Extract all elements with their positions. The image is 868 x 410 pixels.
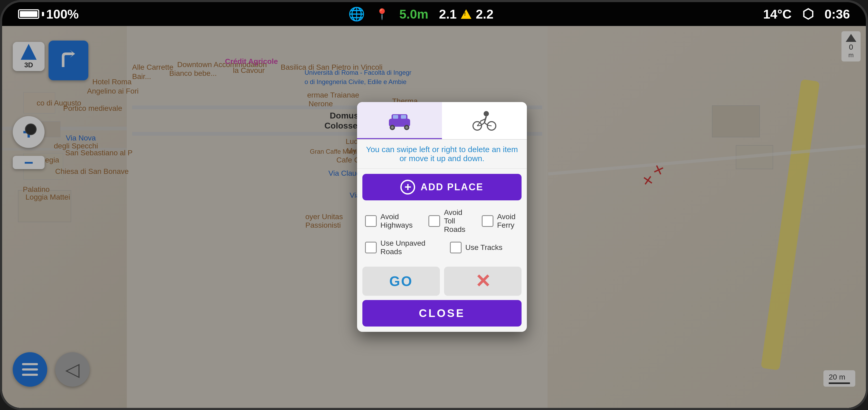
globe-icon: 🌐: [348, 6, 365, 22]
use-tracks-label: Use Tracks: [465, 243, 502, 252]
cancel-icon: ✕: [475, 270, 491, 292]
bluetooth-icon: ⬡: [802, 6, 814, 22]
go-button[interactable]: GO: [362, 267, 440, 296]
avoid-highways-checkbox[interactable]: [365, 215, 377, 227]
status-center: 🌐 📍 5.0m 2.1 ! 2.2: [348, 6, 493, 22]
go-label: GO: [390, 273, 413, 289]
current-speed: 2.1: [439, 7, 457, 22]
gps-icon: 📍: [375, 8, 389, 21]
use-unpaved-label: Use Unpaved Roads: [380, 239, 434, 256]
status-right: 14°C ⬡ 0:36: [763, 6, 850, 22]
checkboxes-area: AvoidHighways Avoid TollRoads Avoid Ferr…: [357, 206, 527, 264]
bike-mode-tab[interactable]: [442, 102, 527, 139]
avoid-highways-label: AvoidHighways: [380, 212, 412, 230]
route-modal: You can swipe left or right to delete an…: [357, 102, 527, 332]
avoid-toll-roads-checkbox[interactable]: [428, 215, 440, 227]
svg-rect-6: [393, 115, 398, 119]
battery-fill: [20, 11, 37, 17]
bike-icon: [470, 110, 499, 131]
avoid-highways-item[interactable]: AvoidHighways: [365, 212, 412, 230]
add-place-button[interactable]: + ADD PLACE: [362, 174, 522, 200]
use-unpaved-checkbox[interactable]: [365, 242, 377, 253]
close-label: CLOSE: [419, 307, 465, 320]
avoid-toll-roads-label: Avoid TollRoads: [444, 208, 466, 234]
svg-point-3: [391, 126, 394, 129]
warning-icon: !: [461, 9, 471, 19]
gps-value: 5.0m: [399, 7, 428, 22]
temperature: 14°C: [763, 7, 792, 22]
avoid-ferry-label: Avoid Ferry: [497, 212, 519, 230]
speed-display: 2.1 ! 2.2: [439, 7, 493, 22]
car-icon: [385, 109, 414, 131]
action-buttons: GO ✕: [362, 267, 522, 296]
checkbox-row-1: AvoidHighways Avoid TollRoads Avoid Ferr…: [365, 208, 519, 234]
status-bar: 100% 🌐 📍 5.0m 2.1 ! 2.2 14°C ⬡ 0:36: [2, 2, 866, 26]
svg-line-16: [488, 125, 492, 126]
avoid-ferry-item[interactable]: Avoid Ferry: [482, 212, 519, 230]
add-place-icon: +: [400, 180, 415, 195]
avoid-ferry-checkbox[interactable]: [482, 215, 493, 227]
cancel-button[interactable]: ✕: [444, 267, 522, 296]
phone-frame: 100% 🌐 📍 5.0m 2.1 ! 2.2 14°C ⬡ 0:36: [0, 0, 868, 410]
battery-percent: 100%: [46, 7, 79, 22]
checkbox-row-2: Use Unpaved Roads Use Tracks: [365, 239, 519, 256]
svg-rect-7: [401, 115, 406, 119]
close-button[interactable]: CLOSE: [362, 300, 522, 327]
modal-overlay: You can swipe left or right to delete an…: [2, 26, 866, 408]
battery-icon: 100%: [18, 7, 79, 22]
hint-text: You can swipe left or right to delete an…: [357, 140, 527, 169]
battery-body: [18, 9, 39, 19]
transport-tabs: [357, 102, 527, 140]
svg-point-8: [484, 111, 489, 116]
battery-tip: [42, 12, 44, 16]
speed-limit: 2.2: [476, 7, 493, 22]
avoid-toll-roads-item[interactable]: Avoid TollRoads: [428, 208, 466, 234]
use-tracks-item[interactable]: Use Tracks: [450, 242, 519, 253]
map-background: ✕ ✕ 20 m 0 m Alle Carrette Bair... Downt…: [2, 26, 866, 408]
add-place-label: ADD PLACE: [421, 181, 483, 193]
status-left: 100%: [18, 7, 79, 22]
time-display: 0:36: [825, 7, 850, 22]
car-mode-tab[interactable]: [357, 102, 442, 139]
use-tracks-checkbox[interactable]: [450, 242, 462, 253]
use-unpaved-item[interactable]: Use Unpaved Roads: [365, 239, 434, 256]
svg-point-5: [405, 126, 408, 129]
